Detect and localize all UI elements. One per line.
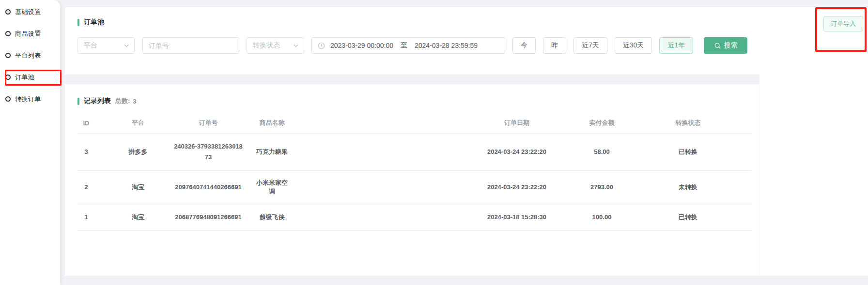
- column-header: 转换状态: [664, 113, 751, 133]
- cell-amount: 2793.00: [581, 170, 664, 204]
- chevron-down-icon: [293, 43, 299, 48]
- cell-status: 已转换: [664, 133, 751, 170]
- quick-range-button[interactable]: 近30天: [615, 37, 652, 54]
- sidebar-item[interactable]: 平台列表: [0, 45, 60, 66]
- convert-status-placeholder: 转换状态: [253, 41, 280, 50]
- filter-section: 订单池 平台 转换状态: [65, 7, 868, 54]
- table-header-row: ID 平台 订单号 商品名称 订单日期 实付金额 转换状态: [78, 113, 751, 133]
- sidebar-item[interactable]: 基础设置: [0, 1, 60, 23]
- column-header: 商品名称: [254, 113, 326, 133]
- radio-circle-icon: [5, 31, 11, 36]
- column-header: ID: [78, 113, 108, 133]
- cell-id: 3: [78, 133, 108, 170]
- cell-amount: 100.00: [581, 204, 664, 230]
- filter-row: 平台 转换状态: [78, 37, 868, 54]
- quick-range-button[interactable]: 近1年: [659, 37, 693, 54]
- search-button-label: 搜索: [724, 41, 738, 50]
- sidebar-item-label: 订单池: [15, 73, 34, 82]
- sidebar-item-label: 转换订单: [15, 95, 41, 104]
- title-accent-bar: [78, 19, 79, 26]
- records-table: ID 平台 订单号 商品名称 订单日期 实付金额 转换状态 3 拼多多 2403…: [78, 113, 751, 231]
- sidebar-item[interactable]: 商品设置: [0, 23, 60, 45]
- quick-range-group: 今 昨 近7天 近30天 近1年: [512, 37, 700, 54]
- cell-id: 2: [78, 170, 108, 204]
- sidebar: 基础设置 商品设置 平台列表 订单池 转换订单: [0, 0, 60, 285]
- radio-circle-icon: [5, 9, 11, 15]
- sidebar-item-label: 平台列表: [15, 51, 41, 60]
- page-title-text: 订单池: [84, 18, 104, 27]
- sidebar-item-label: 基础设置: [15, 8, 41, 16]
- cell-id: 1: [78, 204, 108, 230]
- clock-icon: [318, 42, 325, 49]
- column-header: 订单日期: [326, 113, 581, 133]
- cell-amount: 58.00: [581, 133, 664, 170]
- date-range-picker[interactable]: 2023-03-29 00:00:00 至 2024-03-28 23:59:5…: [311, 37, 505, 54]
- table-row: 3 拼多多 240326-379338126301873 巧克力糖果 2024-…: [78, 133, 751, 170]
- order-import-button[interactable]: 订单导入: [823, 16, 863, 31]
- order-no-text: 2068776948091266691: [175, 212, 241, 223]
- cell-platform: 拼多多: [108, 133, 172, 170]
- records-title-text: 记录列表: [84, 97, 111, 105]
- column-header: 实付金额: [581, 113, 664, 133]
- platform-select-placeholder: 平台: [84, 41, 97, 50]
- column-header: 订单号: [172, 113, 254, 133]
- cell-order-no: 2068776948091266691: [172, 204, 254, 230]
- cell-order-no: 240326-379338126301873: [172, 133, 254, 170]
- date-end-value: 2024-03-28 23:59:59: [415, 42, 478, 49]
- cell-product: 巧克力糖果: [254, 133, 326, 170]
- radio-circle-icon: [5, 75, 11, 80]
- title-accent-bar: [78, 98, 79, 105]
- sidebar-item-label: 商品设置: [15, 30, 41, 38]
- records-total-value: 3: [133, 98, 136, 105]
- order-no-text: 2097640741440266691: [175, 182, 241, 193]
- convert-status-select[interactable]: 转换状态: [247, 37, 304, 54]
- order-no-input[interactable]: [142, 37, 239, 54]
- cell-status: 已转换: [664, 204, 751, 230]
- records-section: 记录列表 总数: 3 ID 平台 订单号 商品名称 订单日期 实付金额 转换状态…: [65, 84, 760, 277]
- cell-product: 小米米家空调: [254, 170, 326, 204]
- records-title-row: 记录列表 总数: 3: [78, 97, 746, 105]
- quick-range-button[interactable]: 昨: [543, 37, 566, 54]
- cell-order-date: 2024-03-24 23:22:20: [326, 170, 581, 204]
- sidebar-item[interactable]: 转换订单: [0, 88, 60, 110]
- radio-circle-icon: [5, 53, 11, 58]
- main-panel: 订单池 平台 转换状态: [65, 7, 868, 276]
- order-no-text: 240326-379338126301873: [172, 141, 244, 163]
- cell-order-date: 2024-03-18 15:28:30: [326, 204, 581, 230]
- sidebar-menu: 基础设置 商品设置 平台列表 订单池 转换订单: [0, 0, 60, 110]
- sidebar-item[interactable]: 订单池: [0, 66, 60, 88]
- date-start-value: 2023-03-29 00:00:00: [330, 42, 393, 49]
- search-button[interactable]: 搜索: [704, 37, 747, 54]
- table-row: 2 淘宝 2097640741440266691 小米米家空调 2024-03-…: [78, 170, 751, 204]
- cell-platform: 淘宝: [108, 170, 172, 204]
- cell-order-date: 2024-03-24 23:22:20: [326, 133, 581, 170]
- platform-select[interactable]: 平台: [78, 37, 135, 54]
- quick-range-button[interactable]: 近7天: [574, 37, 607, 54]
- chevron-down-icon: [124, 43, 129, 48]
- cell-product: 超级飞侠: [254, 204, 326, 230]
- table-body: 3 拼多多 240326-379338126301873 巧克力糖果 2024-…: [78, 133, 751, 230]
- quick-range-button[interactable]: 今: [512, 37, 536, 54]
- cell-status: 未转换: [664, 170, 751, 204]
- date-separator-label: 至: [401, 41, 407, 50]
- cell-order-no: 2097640741440266691: [172, 170, 254, 204]
- table-row: 1 淘宝 2068776948091266691 超级飞侠 2024-03-18…: [78, 204, 751, 230]
- radio-circle-icon: [5, 96, 11, 102]
- section-divider: [65, 75, 760, 84]
- search-icon: [714, 42, 721, 49]
- page-title: 订单池: [78, 18, 868, 27]
- records-total-label: 总数:: [115, 97, 130, 105]
- order-pool-page: 基础设置 商品设置 平台列表 订单池 转换订单 订单池 平台: [0, 0, 868, 285]
- cell-platform: 淘宝: [108, 204, 172, 230]
- column-header: 平台: [108, 113, 172, 133]
